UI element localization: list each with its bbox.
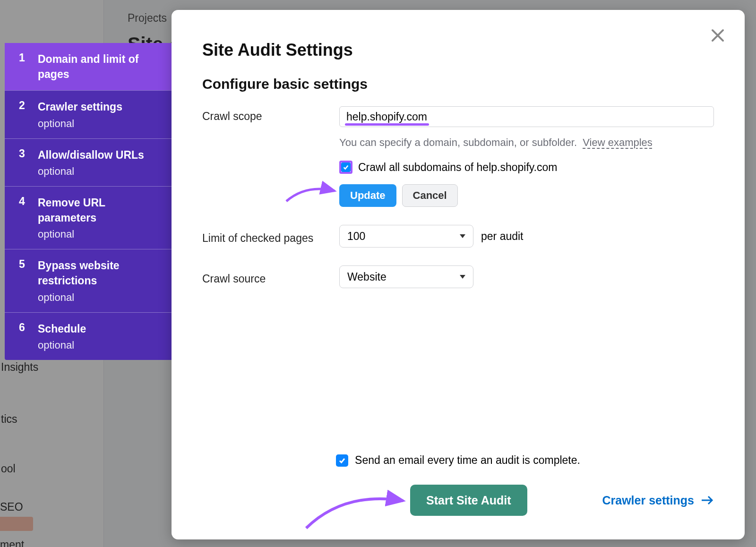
wizard-step-label: Domain and limit of pages: [38, 51, 158, 82]
wizard-step-number: 1: [19, 51, 29, 82]
wizard-step-optional: optional: [38, 118, 122, 130]
crawler-settings-link-label: Crawler settings: [602, 494, 694, 507]
wizard-step-3[interactable]: 3 Allow/disallow URLs optional: [5, 138, 172, 186]
cancel-button[interactable]: Cancel: [402, 184, 458, 207]
wizard-step-6[interactable]: 6 Schedule optional: [5, 312, 172, 360]
view-examples-link[interactable]: View examples: [583, 137, 653, 148]
wizard-step-number: 3: [19, 147, 29, 178]
email-notify-label: Send an email every time an audit is com…: [355, 454, 580, 467]
start-site-audit-button[interactable]: Start Site Audit: [410, 485, 527, 516]
arrow-right-icon: [701, 495, 714, 505]
crawl-source-value: Website: [347, 271, 387, 283]
wizard-step-4[interactable]: 4 Remove URL parameters optional: [5, 186, 172, 249]
wizard-step-5[interactable]: 5 Bypass website restrictions optional: [5, 249, 172, 312]
wizard-step-number: 5: [19, 258, 29, 303]
limit-pages-value: 100: [347, 230, 365, 243]
wizard-step-label: Bypass website restrictions: [38, 258, 158, 288]
wizard-step-label: Crawler settings: [38, 99, 122, 114]
wizard-step-label: Remove URL parameters: [38, 195, 158, 225]
settings-modal: Site Audit Settings Configure basic sett…: [172, 10, 745, 539]
crawl-scope-hint: You can specify a domain, subdomain, or …: [339, 135, 714, 150]
crawl-all-label: Crawl all subdomains of help.shopify.com: [358, 161, 557, 174]
wizard-step-2[interactable]: 2 Crawler settings optional: [5, 90, 172, 138]
wizard-step-label: Schedule: [38, 321, 86, 336]
annotation-arrow-icon: [283, 180, 339, 209]
wizard-step-number: 6: [19, 321, 29, 351]
wizard-step-number: 2: [19, 99, 29, 129]
close-icon[interactable]: [709, 26, 727, 44]
update-button[interactable]: Update: [339, 184, 396, 207]
wizard-step-optional: optional: [38, 165, 144, 178]
annotation-arrow-icon: [297, 487, 410, 534]
wizard-step-1[interactable]: 1 Domain and limit of pages: [5, 43, 172, 90]
crawl-scope-input[interactable]: [339, 106, 714, 127]
email-notify-checkbox[interactable]: [336, 454, 348, 467]
crawl-source-label: Crawl source: [202, 269, 339, 285]
modal-title: Site Audit Settings: [202, 40, 714, 60]
crawl-all-checkbox[interactable]: [339, 161, 352, 174]
modal-subtitle: Configure basic settings: [202, 76, 714, 92]
limit-pages-label: Limit of checked pages: [202, 228, 339, 245]
limit-pages-select[interactable]: 100: [339, 225, 473, 248]
wizard-step-optional: optional: [38, 228, 158, 240]
wizard-step-number: 4: [19, 195, 29, 240]
wizard-sidebar: 1 Domain and limit of pages 2 Crawler se…: [5, 43, 172, 360]
wizard-step-optional: optional: [38, 339, 86, 351]
crawl-scope-label: Crawl scope: [202, 106, 339, 123]
per-audit-label: per audit: [481, 230, 524, 243]
wizard-step-optional: optional: [38, 291, 158, 304]
crawl-source-select[interactable]: Website: [339, 265, 473, 288]
crawler-settings-link[interactable]: Crawler settings: [602, 494, 714, 507]
wizard-step-label: Allow/disallow URLs: [38, 147, 144, 162]
